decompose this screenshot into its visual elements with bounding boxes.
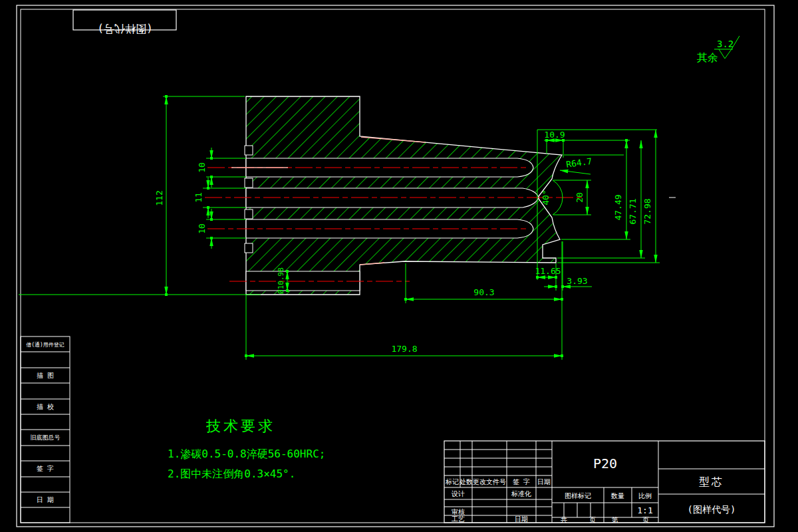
svg-text:112: 112: [154, 190, 164, 205]
register-label: 描 图: [37, 372, 54, 379]
register-label: 日 期: [37, 496, 54, 503]
sheet-border: [17, 5, 774, 527]
register-label: 借(通)用件登记: [26, 341, 65, 348]
svg-text:3.93: 3.93: [567, 276, 587, 286]
col-date: 日期: [537, 478, 551, 485]
part-section-view[interactable]: [245, 96, 562, 295]
svg-text:Ø10.98: Ø10.98: [277, 267, 285, 294]
scale-label: 比例: [638, 492, 652, 499]
tech-requirements: 技术要求 1.渗碳0.5-0.8淬硬56-60HRC; 2.图中未注倒角0.3×…: [168, 418, 325, 480]
part-name: 型芯: [699, 475, 724, 488]
surface-finish-prefix: 其余: [697, 51, 718, 64]
register-label: 描 校: [37, 403, 54, 410]
register-label: 旧底图总号: [31, 434, 61, 441]
dim-tip-h-small[interactable]: 47.49: [561, 139, 630, 239]
svg-text:90.3: 90.3: [473, 287, 494, 297]
dim-tip-h-large[interactable]: 72.98: [557, 130, 660, 263]
svg-text:20: 20: [575, 192, 585, 203]
left-face-notch[interactable]: [245, 243, 253, 253]
col-count: 处数: [460, 478, 473, 485]
svg-text:47.49: 47.49: [613, 194, 623, 220]
svg-text:10.9: 10.9: [544, 130, 565, 140]
surface-roughness-value: 3.2: [717, 39, 733, 49]
qty-label: 数量: [610, 492, 624, 499]
surface-finish-note: 其余 3.2: [697, 36, 739, 64]
row-standard: 标准化: [511, 490, 531, 497]
svg-text:67.71: 67.71: [628, 198, 638, 224]
dim-tip-radius[interactable]: R64.7: [560, 156, 593, 174]
dim-tip-offset[interactable]: 10.9: [537, 130, 657, 158]
tech-item: 1.渗碳0.5-0.8淬硬56-60HRC;: [168, 448, 325, 460]
pages-total-unit: 页: [589, 516, 596, 523]
col-sign: 签 字: [513, 478, 530, 485]
row-date: 日期: [515, 515, 528, 523]
row-process: 工艺: [452, 515, 465, 523]
register-label: 签 字: [37, 465, 54, 472]
pages-no-label: 第: [612, 516, 618, 523]
col-mark: 标记: [445, 478, 459, 485]
col-file: 更改文件号: [473, 478, 506, 485]
svg-text:72.98: 72.98: [642, 198, 652, 224]
tech-item: 2.图中未注倒角0.3×45°.: [168, 467, 295, 480]
row-check: 审核: [452, 508, 465, 515]
title-block: 标记 处数 更改文件号 签 字 日期 设计 标准化 审核 工艺 日期 P20 图…: [444, 441, 765, 523]
border-register-column: 借(通)用件登记 描 图 描 校 旧底图总号 签 字 日 期: [21, 336, 70, 523]
drawing-code: (图样代号): [688, 504, 736, 515]
drawing-sheet: (图样代号) 借(通)用件登记 描 图 描 校 旧底图总号 签 字 日 期 其余…: [0, 0, 798, 532]
svg-text:179.8: 179.8: [391, 344, 417, 354]
dim-total-length[interactable]: 179.8: [245, 295, 563, 360]
scale-value: 1:1: [637, 505, 652, 515]
svg-text:10: 10: [197, 223, 207, 234]
dim-tip-h-mid[interactable]: 67.71: [557, 140, 645, 258]
left-face-notch[interactable]: [245, 146, 253, 155]
svg-text:40°: 40°: [541, 190, 551, 205]
row-design: 设计: [451, 490, 465, 497]
pages-no-unit: 页: [642, 516, 649, 523]
dim-base-height[interactable]: 112: [19, 95, 261, 296]
svg-text:11: 11: [194, 192, 203, 203]
cad-canvas: (图样代号) 借(通)用件登记 描 图 描 校 旧底图总号 签 字 日 期 其余…: [0, 0, 798, 532]
svg-text:11.65: 11.65: [535, 266, 561, 276]
corner-code-label: (图样代号): [97, 23, 152, 35]
left-face-notch[interactable]: [245, 209, 253, 219]
svg-text:10: 10: [197, 162, 207, 173]
pages-total-label: 共: [561, 516, 567, 523]
left-face-notch[interactable]: [245, 178, 253, 188]
material-spec: P20: [593, 456, 617, 471]
tech-title: 技术要求: [205, 418, 275, 434]
svg-text:R64.7: R64.7: [565, 156, 593, 170]
stamp-label: 图样标记: [565, 492, 591, 499]
corner-code-box: (图样代号): [73, 10, 176, 35]
